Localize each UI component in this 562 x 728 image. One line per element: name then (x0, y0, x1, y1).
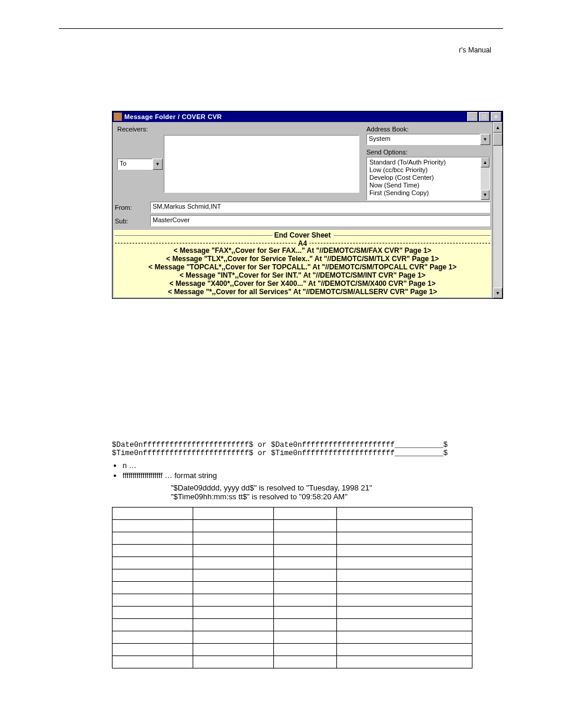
list-item: n … (123, 461, 489, 470)
table-cell (113, 644, 193, 656)
table-cell (274, 619, 337, 631)
table-cell (113, 508, 193, 520)
table-cell (193, 520, 274, 532)
list-item[interactable]: Now (Send Time) (369, 182, 487, 189)
table-cell (337, 619, 472, 631)
scroll-down-icon[interactable]: ▼ (493, 288, 503, 298)
end-cover-label: End Cover Sheet (272, 231, 333, 239)
table-row (113, 582, 472, 594)
table-cell (193, 582, 274, 594)
table-cell (193, 569, 274, 582)
table-cell (337, 545, 472, 557)
table-cell (274, 569, 337, 582)
table-row (113, 656, 472, 668)
scroll-up-icon[interactable]: ▲ (481, 157, 490, 167)
message-ref: < Message "INT*,,Cover for Ser INT." At … (114, 271, 491, 279)
message-ref: < Message "*,,Cover for all Services" At… (114, 288, 491, 296)
scroll-up-icon[interactable]: ▲ (493, 122, 503, 133)
table-cell (113, 532, 193, 545)
table-row (113, 644, 472, 656)
table-cell (113, 607, 193, 619)
table-row (113, 520, 472, 532)
table-cell (337, 532, 472, 545)
example-line: "$Date09dddd, yyyy dd$" is resolved to "… (171, 483, 489, 492)
app-icon (114, 113, 122, 121)
receivers-label: Receivers: (117, 126, 153, 133)
message-ref: < Message "FAX*,,Cover for Ser FAX..." A… (114, 246, 491, 255)
table-cell (274, 557, 337, 569)
table-cell (113, 656, 193, 668)
receiver-input[interactable] (164, 135, 359, 193)
table-row (113, 545, 472, 557)
table-cell (337, 508, 472, 520)
table-row (113, 569, 472, 582)
sendoptions-list[interactable]: Standard (To/Auth Priority) Low (cc/bcc … (366, 157, 490, 200)
document-body: $Date0nffffffffffffffffffffffff$ or $Dat… (112, 441, 489, 668)
cover-preview: End Cover Sheet A4 < Message "FAX*,,Cove… (114, 230, 491, 297)
list-item[interactable]: Standard (To/Auth Priority) (369, 159, 487, 166)
table-cell (274, 532, 337, 545)
minimize-button[interactable]: _ (467, 112, 478, 121)
table-cell (337, 582, 472, 594)
table-row (113, 631, 472, 644)
list-item[interactable]: Develop (Cost Center) (369, 174, 487, 182)
scroll-thumb[interactable] (493, 133, 503, 146)
to-dropdown[interactable]: To ▼ (117, 159, 163, 170)
table-cell (193, 594, 274, 607)
subject-input[interactable]: MasterCover (150, 215, 490, 226)
table-cell (113, 631, 193, 644)
message-ref: < Message "X400*,,Cover for Ser X400..."… (114, 279, 491, 288)
table-cell (113, 594, 193, 607)
bullet-list: n … ffffffffffffffffffff … format string (123, 461, 489, 480)
addressbook-dropdown[interactable]: System ▼ (366, 134, 490, 145)
window-scrollbar[interactable]: ▲ ▼ (492, 122, 503, 298)
table-cell (337, 594, 472, 607)
table-cell (274, 656, 337, 668)
table-cell (274, 607, 337, 619)
table-row (113, 607, 472, 619)
window-titlebar[interactable]: Message Folder / COVER CVR _ □ × (113, 111, 503, 122)
table-cell (337, 520, 472, 532)
syntax-line: $Time0nffffffffffffffffffffffff$ or $Tim… (112, 449, 489, 457)
from-label: From: (115, 204, 150, 211)
maximize-button[interactable]: □ (479, 112, 490, 121)
to-field[interactable]: To (117, 159, 153, 170)
table-cell (274, 508, 337, 520)
table-cell (337, 607, 472, 619)
chevron-down-icon[interactable]: ▼ (480, 134, 490, 145)
sendoptions-label: Send Options: (366, 149, 490, 156)
syntax-line: $Date0nffffffffffffffffffffffff$ or $Dat… (112, 441, 489, 449)
table-cell (274, 631, 337, 644)
from-input[interactable]: SM,Markus Schmid,INT (150, 202, 490, 213)
table-cell (193, 508, 274, 520)
close-button[interactable]: × (491, 112, 501, 121)
table-cell (274, 520, 337, 532)
scroll-track[interactable] (493, 146, 503, 288)
table-cell (337, 631, 472, 644)
table-row (113, 594, 472, 607)
addressbook-value[interactable]: System (366, 134, 480, 145)
scroll-track[interactable] (481, 167, 490, 190)
table-cell (193, 532, 274, 545)
table-cell (193, 607, 274, 619)
message-folder-window: Message Folder / COVER CVR _ □ × Receive… (112, 111, 503, 299)
scrollbar[interactable]: ▲ ▼ (481, 157, 490, 200)
table-row (113, 619, 472, 631)
table-cell (113, 619, 193, 631)
table-cell (193, 557, 274, 569)
list-item[interactable]: First (Sending Copy) (369, 189, 487, 197)
table-cell (274, 594, 337, 607)
format-table (112, 507, 472, 668)
table-cell (193, 644, 274, 656)
table-cell (113, 545, 193, 557)
table-row (113, 532, 472, 545)
table-cell (274, 644, 337, 656)
message-ref: < Message "TLX*,,Cover for Service Telex… (114, 255, 491, 263)
chevron-down-icon[interactable]: ▼ (153, 159, 163, 170)
table-cell (337, 569, 472, 582)
table-cell (193, 545, 274, 557)
list-item: ffffffffffffffffffff … format string (123, 471, 489, 480)
table-cell (337, 656, 472, 668)
scroll-down-icon[interactable]: ▼ (481, 190, 490, 200)
list-item[interactable]: Low (cc/bcc Priority) (369, 166, 487, 174)
